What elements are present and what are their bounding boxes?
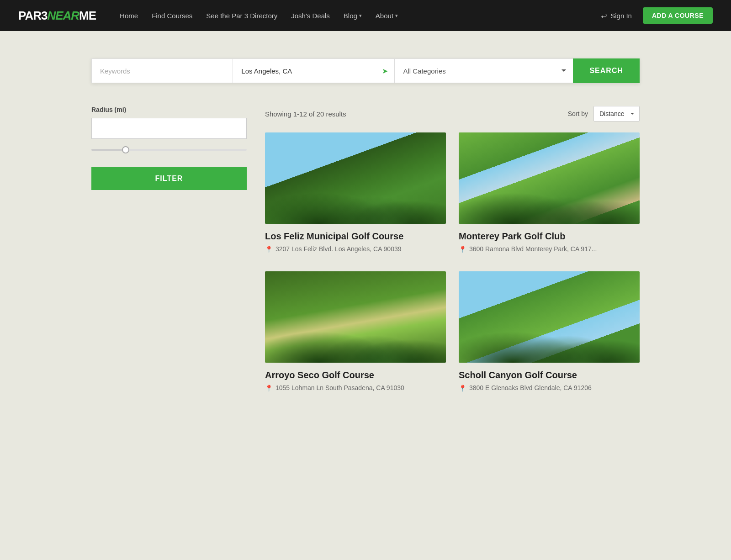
- nav-links: Home Find Courses See the Par 3 Director…: [114, 8, 595, 23]
- logo-me: ME: [79, 9, 96, 22]
- tree-overlay: [459, 308, 640, 363]
- keywords-input[interactable]: [91, 58, 233, 83]
- range-track: [91, 149, 247, 151]
- search-bar: ➤ All Categories SEARCH: [91, 58, 640, 83]
- tree-overlay: [265, 308, 446, 363]
- location-input[interactable]: [233, 58, 394, 83]
- course-card[interactable]: Scholl Canyon Golf Course 📍 3800 E Gleno…: [459, 271, 640, 392]
- sort-select[interactable]: Distance: [593, 106, 640, 122]
- results-count: Showing 1-12 of 20 results: [265, 110, 346, 118]
- radius-input[interactable]: 15: [91, 118, 247, 139]
- location-wrapper: ➤: [233, 58, 394, 83]
- nav-blog[interactable]: Blog ▾: [338, 8, 367, 23]
- course-image: [459, 271, 640, 363]
- navbar: PAR3NEARME Home Find Courses See the Par…: [0, 0, 731, 31]
- nav-joshs-deals[interactable]: Josh's Deals: [286, 8, 335, 23]
- tree-overlay: [265, 169, 446, 224]
- category-select[interactable]: All Categories: [394, 58, 573, 83]
- pin-icon: 📍: [459, 246, 466, 253]
- nav-find-courses[interactable]: Find Courses: [146, 8, 198, 23]
- radius-section: Radius (mi) 15 FILTER: [91, 106, 247, 190]
- pin-icon: 📍: [459, 385, 466, 392]
- course-address: 📍 3800 E Glenoaks Blvd Glendale, CA 9120…: [459, 384, 640, 392]
- course-card[interactable]: Los Feliz Municipal Golf Course 📍 3207 L…: [265, 132, 446, 253]
- range-fill: [91, 149, 126, 151]
- nav-home[interactable]: Home: [114, 8, 143, 23]
- course-name: Monterey Park Golf Club: [459, 231, 640, 242]
- sidebar: Radius (mi) 15 FILTER: [91, 106, 247, 410]
- content-area: Radius (mi) 15 FILTER Showing 1-12 of 20…: [91, 106, 640, 410]
- main-content: ➤ All Categories SEARCH Radius (mi) 15 F…: [73, 31, 658, 428]
- filter-button[interactable]: FILTER: [91, 167, 247, 190]
- results-header: Showing 1-12 of 20 results Sort by Dista…: [265, 106, 640, 122]
- course-image: [459, 132, 640, 224]
- range-thumb[interactable]: [122, 146, 129, 153]
- add-course-button[interactable]: ADD A COURSE: [643, 7, 713, 24]
- course-address: 📍 1055 Lohman Ln South Pasadena, CA 9103…: [265, 384, 446, 392]
- course-image: [265, 132, 446, 224]
- course-image: [265, 271, 446, 363]
- radius-label: Radius (mi): [91, 106, 247, 113]
- pin-icon: 📍: [265, 385, 273, 392]
- course-name: Scholl Canyon Golf Course: [459, 370, 640, 380]
- blog-chevron-icon: ▾: [359, 13, 362, 19]
- sign-in-icon: ⮐: [601, 12, 608, 20]
- nav-right: ⮐ Sign In ADD A COURSE: [595, 7, 713, 24]
- nav-about[interactable]: About ▾: [370, 8, 403, 23]
- tree-overlay: [459, 169, 640, 224]
- site-logo[interactable]: PAR3NEARME: [18, 9, 96, 23]
- course-card[interactable]: Monterey Park Golf Club 📍 3600 Ramona Bl…: [459, 132, 640, 253]
- results-area: Showing 1-12 of 20 results Sort by Dista…: [265, 106, 640, 410]
- pin-icon: 📍: [265, 246, 273, 253]
- sort-area: Sort by Distance: [568, 106, 640, 122]
- search-button[interactable]: SEARCH: [573, 58, 640, 83]
- sign-in-button[interactable]: ⮐ Sign In: [595, 8, 637, 23]
- course-name: Los Feliz Municipal Golf Course: [265, 231, 446, 242]
- course-address: 📍 3207 Los Feliz Blvd. Los Angeles, CA 9…: [265, 245, 446, 253]
- about-chevron-icon: ▾: [395, 13, 398, 19]
- range-slider[interactable]: [91, 145, 247, 154]
- course-name: Arroyo Seco Golf Course: [265, 370, 446, 380]
- course-address: 📍 3600 Ramona Blvd Monterey Park, CA 917…: [459, 245, 640, 253]
- course-card[interactable]: Arroyo Seco Golf Course 📍 1055 Lohman Ln…: [265, 271, 446, 392]
- logo-par: PAR3: [18, 9, 47, 22]
- sort-label: Sort by: [568, 110, 588, 117]
- nav-par3-directory[interactable]: See the Par 3 Directory: [201, 8, 283, 23]
- logo-near: NEAR: [47, 9, 79, 22]
- course-grid: Los Feliz Municipal Golf Course 📍 3207 L…: [265, 132, 640, 410]
